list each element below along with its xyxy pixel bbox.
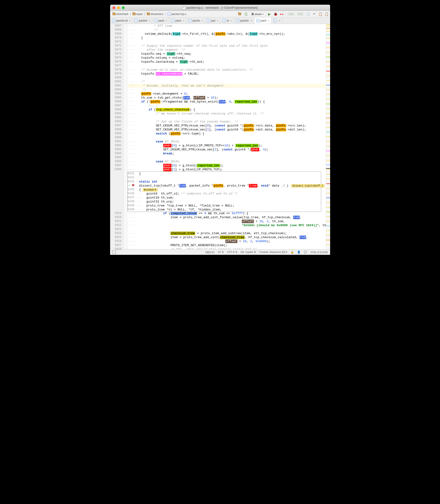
close-tab-icon[interactable]: × (217, 19, 219, 22)
open-folder-icon[interactable] (238, 12, 242, 16)
run-config-select[interactable]: tshark ▾ (250, 12, 266, 16)
code-line[interactable]: ··· pinfo->can_desegment = 0; (127, 92, 326, 96)
vcs-update-button[interactable]: VCS↓ (288, 13, 295, 16)
history-icon[interactable]: 🕘 (306, 12, 310, 16)
code-line[interactable] (127, 116, 326, 120)
copy-icon[interactable]: 📋 (325, 12, 329, 16)
code-line[interactable]: ···· offset + 16, 2, 0x0000); (127, 239, 326, 243)
minimap-mark[interactable] (326, 118, 330, 118)
minimap-mark[interactable] (326, 28, 330, 29)
close-tab-icon[interactable]: × (230, 19, 232, 22)
minimap-mark[interactable] (326, 80, 330, 81)
code-line[interactable]: ···· phdr[0] = g_htonl(reported_len); (127, 163, 326, 168)
minimap-mark[interactable] (326, 43, 330, 43)
minimap-mark[interactable] (326, 193, 330, 193)
code-line[interactable]: ··· th_sum = tvb_get_ntohs(tvb, offset +… (127, 96, 326, 100)
code-line[interactable]: ···· */ (127, 88, 326, 92)
memory-indicator[interactable]: 3763 of 6131M (310, 251, 328, 254)
editor-tab[interactable]: cpacke× (186, 17, 205, 24)
editor-tab[interactable]: cts× (221, 17, 234, 24)
code-line[interactable]: ···· if (tcp_check_checksum) { (127, 108, 326, 112)
code-line[interactable]: ···· item = proto_tree_add_uint(checksum… (127, 235, 326, 239)
minimap-mark[interactable] (326, 179, 330, 179)
minimap-mark[interactable] (326, 235, 330, 236)
code-line[interactable] (127, 64, 326, 68)
code-line[interactable]: ··· /* Assume we'll pass un-reassembled … (127, 68, 326, 72)
minimap-mark[interactable] (326, 226, 330, 226)
line-ending[interactable]: LF ⇅ (218, 251, 224, 254)
code-line[interactable]: ···· */ (127, 28, 326, 32)
notifications-icon[interactable]: 💬 (304, 251, 307, 254)
minimap-mark[interactable] (326, 160, 330, 160)
paste-icon[interactable]: 📋 (318, 12, 323, 16)
code-line[interactable]: ··· tcpinfo.seq = tcph->th_seq; (127, 52, 326, 56)
minimap-mark[interactable] (326, 137, 330, 137)
minimap-mark[interactable] (326, 174, 330, 174)
debug-button[interactable]: 🐞 (273, 12, 277, 16)
breadcrumb-item[interactable]: dissectors (146, 12, 164, 16)
context-selector[interactable]: Context: dissectors [D] ▾ (259, 251, 287, 254)
breadcrumb-item[interactable]: wireshark (111, 12, 129, 16)
minimap-mark[interactable] (326, 165, 330, 165)
code-line[interactable] (127, 227, 326, 231)
maximize-window-button[interactable] (122, 6, 125, 9)
minimap-mark[interactable] (326, 141, 330, 142)
code-line[interactable]: ···· * RTT time (127, 24, 326, 28)
code-line[interactable]: ···· /* Set up the fields of the pseudo-… (127, 120, 326, 124)
minimap-mark[interactable] (326, 169, 330, 170)
minimap-mark[interactable] (326, 24, 330, 25)
minimap-mark[interactable] (326, 155, 330, 156)
breadcrumb-item[interactable]: epan (131, 12, 144, 16)
inspector-icon[interactable]: 👤 (297, 251, 301, 254)
minimap-mark[interactable] (326, 76, 330, 76)
code-line[interactable]: ··· tcpinfo.lastackseq = tcph->th_ack; (127, 60, 326, 64)
run-button[interactable]: ▶ (267, 12, 271, 16)
minimap-mark[interactable] (326, 90, 330, 90)
code-line[interactable]: ··· } (127, 36, 326, 40)
minimap-mark[interactable] (326, 202, 330, 203)
close-tab-icon[interactable]: × (165, 19, 167, 22)
minimap-mark[interactable] (326, 35, 330, 35)
minimap-mark[interactable] (326, 71, 330, 71)
close-tab-icon[interactable]: × (279, 19, 280, 22)
code-line[interactable]: ···· /* We haven't turned checksum check… (127, 112, 326, 116)
close-tab-icon[interactable]: × (129, 19, 131, 22)
minimap-mark[interactable] (326, 151, 330, 151)
minimap-mark[interactable] (326, 52, 330, 53)
code-line[interactable]: ··· /* Supply the sequence number of the… (127, 44, 326, 48)
close-tab-icon[interactable]: × (149, 19, 150, 22)
git-branch[interactable]: Git: master ⇅ (241, 251, 256, 254)
vcs-commit-button[interactable]: VCS↑ (297, 13, 304, 16)
editor-tab[interactable]: c× (271, 17, 282, 24)
editor-tab[interactable]: cpack× (152, 17, 169, 24)
code-line[interactable]: ···· case AT_IPv4: (127, 140, 326, 144)
binary-icon[interactable]: ↓01↑10 (244, 12, 248, 16)
editor-tab[interactable]: cpac× (205, 17, 221, 24)
code-line[interactable]: ···· phdr[1] = g_htonl(IP_PROTO_TCP); (127, 168, 326, 172)
minimap-mark[interactable] (326, 57, 330, 57)
minimize-window-button[interactable] (117, 6, 120, 9)
bookmark-badge[interactable]: Bookmark (143, 188, 158, 191)
minimap-scrollbar[interactable] (326, 24, 330, 249)
minimap-mark[interactable] (326, 212, 330, 212)
coverage-button[interactable]: ●● (279, 12, 284, 16)
minimap-mark[interactable] (326, 62, 330, 62)
minimap-mark[interactable] (326, 184, 330, 184)
code-line[interactable]: ···· nstime_delta(&(tcpd->ts_first_rtt),… (127, 32, 326, 36)
minimap-mark[interactable] (326, 122, 330, 123)
editor-tab[interactable]: cpacket-× (234, 17, 255, 24)
code-line[interactable]: ···· SET_CKSUM_VEC_PTR(cksum_vec[1], (co… (127, 128, 326, 132)
code-line[interactable]: ···· switch (pinfo->src.type) { (127, 132, 326, 136)
minimap-mark[interactable] (326, 99, 330, 99)
close-window-button[interactable] (112, 6, 115, 9)
minimap-mark[interactable] (326, 132, 330, 132)
minimap-mark[interactable] (326, 127, 330, 128)
code-line[interactable]: ···· "0x%04x [should be 0x0000 (see RFC … (127, 223, 326, 227)
code-line[interactable] (127, 76, 326, 80)
code-line[interactable]: ···· SET_CKSUM_VEC_PTR(cksum_vec[2], (co… (127, 147, 326, 152)
minimap-mark[interactable] (326, 47, 330, 48)
code-line[interactable]: ··· if (!pinfo->fragmented && tvb_bytes_… (127, 100, 326, 104)
minimap-mark[interactable] (326, 207, 330, 207)
code-line[interactable] (127, 156, 326, 159)
code-line[interactable]: ···· case AT_IPv6: (127, 159, 326, 163)
